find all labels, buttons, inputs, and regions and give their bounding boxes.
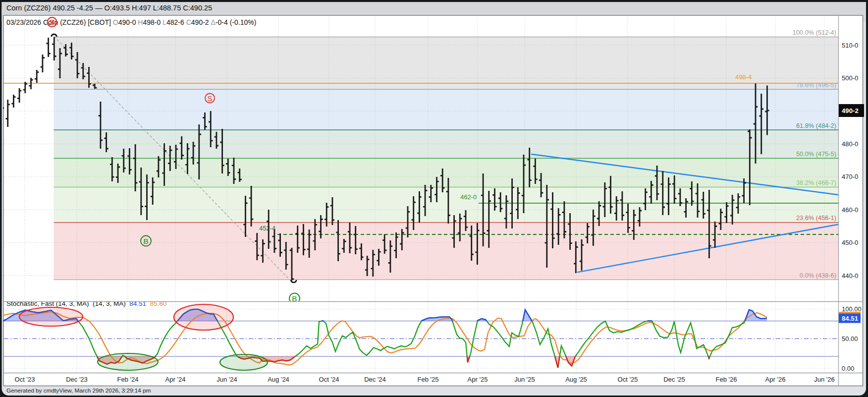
- svg-text:S: S: [50, 18, 54, 26]
- svg-text:Oct '25: Oct '25: [618, 376, 638, 383]
- svg-text:Dec '23: Dec '23: [66, 376, 88, 383]
- svg-text:498-4: 498-4: [735, 73, 752, 81]
- svg-text:Corn (ZCZ26) 490.25 -4.25 — O:: Corn (ZCZ26) 490.25 -4.25 — O:493.5 H:49…: [6, 4, 212, 12]
- svg-text:Generated by cmdtyView, March: Generated by cmdtyView, March 29th 2026,…: [6, 387, 151, 394]
- svg-text:Jun '26: Jun '26: [814, 376, 835, 383]
- svg-text:61.8% (484-2): 61.8% (484-2): [796, 122, 836, 129]
- svg-text:Feb '25: Feb '25: [418, 376, 439, 383]
- svg-text:B: B: [143, 237, 148, 245]
- svg-text:Jun '25: Jun '25: [514, 376, 535, 383]
- svg-text:84.51: 84.51: [842, 315, 858, 322]
- svg-text:0.0% (438-6): 0.0% (438-6): [800, 272, 836, 279]
- svg-text:100.00: 100.00: [842, 305, 862, 313]
- svg-text:462-0: 462-0: [460, 193, 477, 201]
- svg-text:Dec '25: Dec '25: [663, 376, 685, 383]
- svg-text:Jun '24: Jun '24: [217, 376, 237, 383]
- svg-text:Dec '24: Dec '24: [364, 376, 386, 383]
- svg-text:450-0: 450-0: [842, 239, 858, 246]
- svg-text:480-0: 480-0: [842, 140, 858, 148]
- svg-text:S: S: [207, 94, 212, 103]
- svg-text:510-0: 510-0: [842, 42, 858, 49]
- svg-text:50.00: 50.00: [842, 335, 858, 342]
- svg-text:500-0: 500-0: [842, 74, 858, 82]
- svg-text:78.6% (496-5): 78.6% (496-5): [796, 81, 836, 89]
- svg-text:470-0: 470-0: [842, 173, 858, 180]
- svg-text:Apr '25: Apr '25: [468, 376, 488, 383]
- svg-text:452-4: 452-4: [259, 225, 275, 232]
- svg-text:Apr '24: Apr '24: [165, 376, 186, 383]
- svg-text:440-0: 440-0: [842, 272, 858, 280]
- svg-text:Feb '24: Feb '24: [117, 376, 139, 383]
- svg-text:Oct '24: Oct '24: [319, 376, 339, 383]
- svg-text:460-0: 460-0: [842, 206, 858, 214]
- svg-text:Aug '24: Aug '24: [268, 376, 289, 383]
- svg-text:490-2: 490-2: [842, 107, 859, 114]
- svg-text:Stochastic, Fast (14, 3, MA): Stochastic, Fast (14, 3, MA) (14, 3, MA)…: [6, 300, 166, 307]
- svg-text:03/23/2026 Corn (ZCZ26) [CBOT]: 03/23/2026 Corn (ZCZ26) [CBOT] O490-0 H4…: [6, 18, 256, 26]
- svg-text:38.2% (466-7): 38.2% (466-7): [796, 179, 836, 186]
- svg-text:100.0% (512-4): 100.0% (512-4): [793, 29, 836, 36]
- svg-text:Feb '26: Feb '26: [716, 376, 737, 383]
- svg-text:Aug '25: Aug '25: [565, 376, 587, 383]
- svg-text:Oct '23: Oct '23: [15, 376, 35, 383]
- svg-text:50.0% (475-5): 50.0% (475-5): [796, 150, 836, 158]
- svg-text:Apr '26: Apr '26: [765, 376, 786, 383]
- svg-text:23.6% (456-1): 23.6% (456-1): [796, 214, 836, 222]
- svg-text:0.00: 0.00: [842, 365, 854, 372]
